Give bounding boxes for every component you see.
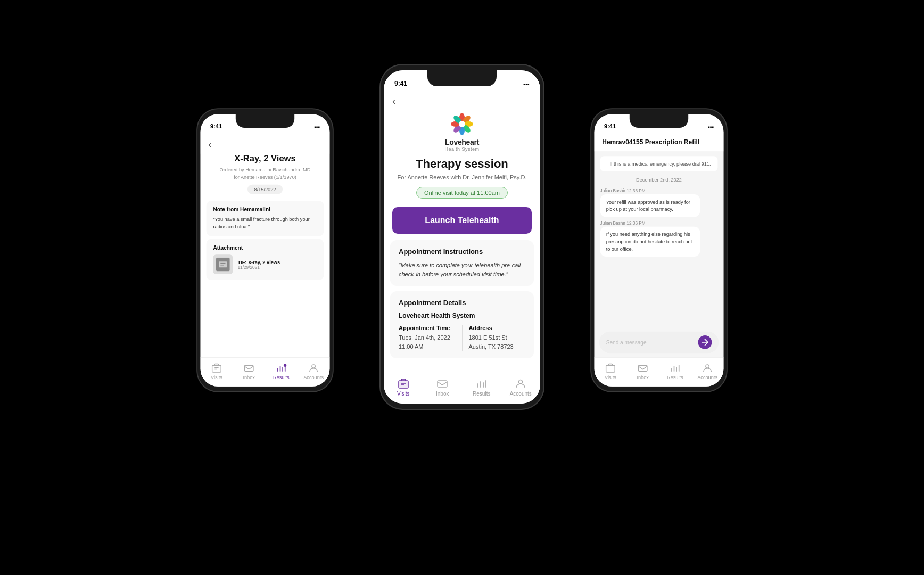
svg-rect-9 <box>212 365 221 372</box>
appt-address-col: Address 1801 E 51st StAustin, TX 78723 <box>463 325 526 351</box>
appt-instructions-title: Appointment Instructions <box>399 248 525 256</box>
notch-left <box>236 114 294 128</box>
inbox-label-center: Inbox <box>436 391 449 397</box>
accounts-icon-center <box>514 377 527 390</box>
phone-right-screen: 9:41 ▪▪▪ Hemrav04155 Prescription Refill… <box>595 114 724 387</box>
nav-item-visits-left[interactable]: Visits <box>201 362 233 380</box>
accounts-icon-right <box>702 362 713 374</box>
svg-rect-6 <box>219 261 227 267</box>
logo-area: Loveheart Health System <box>384 107 540 155</box>
nav-item-visits-center[interactable]: Visits <box>384 377 423 397</box>
online-badge: Online visit today at 11:00am <box>416 187 508 199</box>
appointment-instructions-card: Appointment Instructions “Make sure to c… <box>390 240 534 286</box>
attachment-thumbnail <box>213 254 233 274</box>
chat-header: Hemrav04155 Prescription Refill <box>595 132 724 151</box>
svg-point-13 <box>284 364 287 367</box>
attachment-item[interactable]: TIF: X-ray, 2 views 11/29/2021 <box>213 254 317 274</box>
phone-left: 9:41 ▪▪▪ ‹ X-Ray, 2 Views Ordered by Hem… <box>196 108 334 392</box>
svg-rect-29 <box>606 365 615 372</box>
attachment-info: TIF: X-ray, 2 views 11/29/2021 <box>237 259 280 269</box>
inbox-icon-left <box>243 362 255 374</box>
back-button-left[interactable]: ‹ <box>208 138 211 150</box>
therapy-subtitle: For Annette Reeves with Dr. Jennifer Mel… <box>384 173 540 185</box>
results-icon-center <box>475 377 488 390</box>
loveheart-logo <box>450 112 474 136</box>
nav-item-accounts-left[interactable]: Accounts <box>298 362 330 380</box>
nav-bar-left: Visits Inbox <box>201 357 330 387</box>
phone-left-screen: 9:41 ▪▪▪ ‹ X-Ray, 2 Views Ordered by Hem… <box>201 114 330 387</box>
results-label-left: Results <box>273 375 290 380</box>
send-button[interactable] <box>698 335 712 349</box>
attachment-date: 11/29/2021 <box>237 265 280 269</box>
nav-item-inbox-right[interactable]: Inbox <box>626 362 659 380</box>
inbox-icon-right <box>637 362 649 374</box>
back-button-center[interactable]: ‹ <box>392 95 396 106</box>
svg-rect-24 <box>399 381 408 388</box>
attachment-name: TIF: X-ray, 2 views <box>237 259 280 265</box>
nav-item-results-center[interactable]: Results <box>462 377 501 397</box>
right-phone-content: Hemrav04155 Prescription Refill If this … <box>595 132 724 386</box>
nav-bar-center: Visits Inbox <box>384 372 540 404</box>
left-header: ‹ <box>201 132 330 153</box>
inbox-label-left: Inbox <box>243 375 255 380</box>
launch-telehealth-button[interactable]: Launch Telehealth <box>392 207 532 234</box>
appt-time-col: Appointment Time Tues, Jan 4th, 202211:0… <box>399 325 463 351</box>
note-card: Note from Hemamalini “You have a small f… <box>207 201 324 236</box>
nav-item-visits-right[interactable]: Visits <box>595 362 627 380</box>
visits-label-center: Visits <box>397 391 410 397</box>
chat-message-1: Julian Bashir 12:36 PM Your refill was a… <box>600 188 718 217</box>
svg-rect-27 <box>438 381 447 387</box>
appointment-details-card: Appointment Details Loveheart Health Sys… <box>390 291 534 358</box>
nav-item-accounts-center[interactable]: Accounts <box>501 377 541 397</box>
badge-row: Online visit today at 11:00am <box>384 185 540 205</box>
results-label-center: Results <box>473 391 490 397</box>
chat-bubble-1: Your refill was approved as is ready for… <box>600 194 700 217</box>
phone-center-screen: 9:41 ▪▪▪ ‹ <box>384 70 540 404</box>
nav-item-inbox-center[interactable]: Inbox <box>423 377 463 397</box>
visits-icon-center <box>397 377 410 390</box>
xray-date-row: 8/15/2022 <box>201 180 330 198</box>
nav-item-results-right[interactable]: Results <box>659 362 691 380</box>
visits-icon <box>211 362 222 374</box>
chat-bubble-2: If you need anything else regarding his … <box>600 227 700 257</box>
note-text: “You have a small fracture through both … <box>213 216 317 231</box>
appt-time-label: Appointment Time <box>399 325 456 331</box>
visits-label-right: Visits <box>605 375 616 380</box>
results-label-right: Results <box>667 375 683 380</box>
appt-address-label: Address <box>469 325 526 331</box>
svg-point-14 <box>312 365 315 368</box>
nav-item-accounts-right[interactable]: Accounts <box>691 362 724 380</box>
appt-time-value: Tues, Jan 4th, 202211:00 AM <box>399 333 456 351</box>
appt-instructions-quote: “Make sure to complete your telehealth p… <box>399 261 525 278</box>
svg-point-28 <box>519 380 523 384</box>
appt-org-name: Loveheart Health System <box>399 312 525 319</box>
appt-address-value: 1801 E 51st StAustin, TX 78723 <box>469 333 526 351</box>
svg-rect-8 <box>220 265 224 266</box>
inbox-icon-center <box>436 377 449 390</box>
center-phone-content: ‹ <box>384 89 540 404</box>
accounts-label-center: Accounts <box>510 391 532 397</box>
chat-sender-1: Julian Bashir 12:36 PM <box>600 188 646 193</box>
nav-item-inbox-left[interactable]: Inbox <box>233 362 265 380</box>
notch-center <box>427 70 497 86</box>
attachment-card: Attachment TIF: <box>207 239 324 280</box>
chat-message-2: Julian Bashir 12:36 PM If you need anyth… <box>600 221 718 257</box>
xray-ordered-by: Ordered by Hemamalini Ravichandra, MD fo… <box>201 166 330 181</box>
visits-icon-right <box>605 362 616 374</box>
xray-date-pill: 8/15/2022 <box>248 185 283 194</box>
notch-right <box>630 114 688 128</box>
logo-subtext: Health System <box>444 146 479 152</box>
accounts-label-left: Accounts <box>303 375 324 380</box>
svg-rect-7 <box>220 263 225 264</box>
svg-rect-30 <box>638 365 647 371</box>
inbox-label-right: Inbox <box>637 375 649 380</box>
chat-input-placeholder: Send a message <box>606 339 647 345</box>
left-phone-content: ‹ X-Ray, 2 Views Ordered by Hemamalini R… <box>201 132 330 386</box>
xray-title: X-Ray, 2 Views <box>201 154 330 166</box>
appt-details-row: Appointment Time Tues, Jan 4th, 202211:0… <box>399 325 525 351</box>
date-separator: December 2nd, 2022 <box>600 175 718 184</box>
phone-center: 9:41 ▪▪▪ ‹ <box>380 64 544 410</box>
chat-input-bar[interactable]: Send a message <box>599 332 719 353</box>
emergency-banner: If this is a medical emergency, please d… <box>600 156 718 171</box>
nav-item-results-left[interactable]: Results <box>265 362 298 380</box>
